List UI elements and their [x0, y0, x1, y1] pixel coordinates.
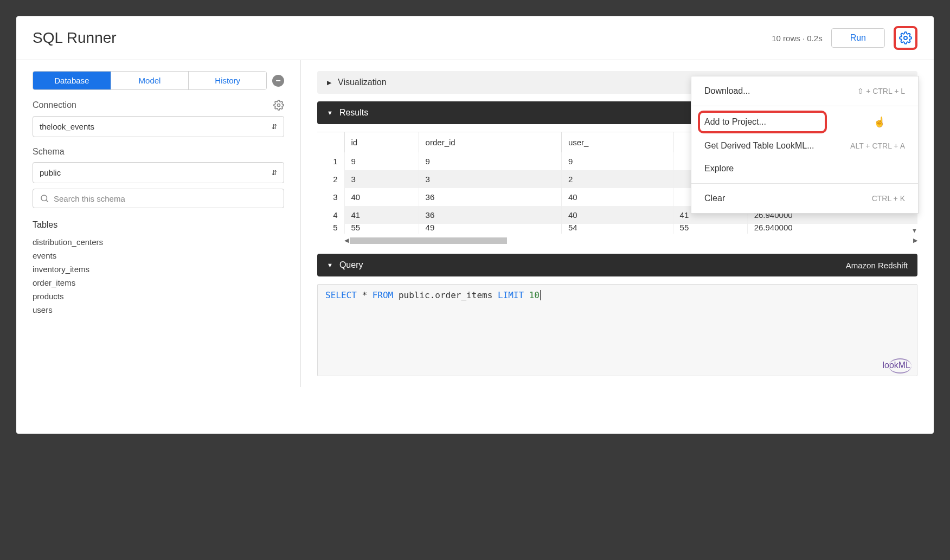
tab-history[interactable]: History [189, 72, 266, 89]
tables-heading: Tables [33, 220, 284, 230]
schema-select[interactable]: public ⇵ [33, 162, 284, 183]
visualization-label: Visualization [338, 78, 387, 87]
svg-point-2 [41, 195, 47, 201]
column-header[interactable]: id [344, 132, 419, 152]
gear-icon [899, 31, 912, 44]
query-engine: Amazon Redshift [846, 261, 908, 270]
connection-value: thelook_events [40, 122, 94, 131]
settings-dropdown: Download... ⇧ + CTRL + L Add to Project.… [691, 76, 919, 214]
tab-row: Database Model History − [33, 71, 284, 90]
table-row: 5 55 49 54 55 26.940000 [317, 224, 917, 234]
schema-value: public [40, 168, 61, 177]
connection-gear-icon[interactable] [273, 100, 284, 111]
menu-item-get-derived-table[interactable]: Get Derived Table LookML... ALT + CTRL +… [691, 134, 918, 157]
svg-line-3 [46, 200, 48, 202]
menu-item-clear[interactable]: Clear CTRL + K [691, 187, 918, 210]
table-item[interactable]: inventory_items [33, 265, 284, 274]
column-header[interactable]: order_id [419, 132, 561, 152]
cursor-hand-icon: ☝ [874, 116, 885, 128]
menu-divider [691, 183, 918, 184]
svg-point-0 [904, 36, 907, 40]
connection-label-row: Connection [33, 100, 284, 111]
sidebar: Database Model History − Connection thel… [16, 60, 301, 387]
svg-point-1 [278, 104, 280, 107]
schema-label: Schema [33, 147, 284, 157]
lookml-badge: lookML [882, 361, 910, 370]
run-button[interactable]: Run [831, 28, 885, 48]
updown-icon: ⇵ [272, 169, 277, 177]
chevron-right-icon [327, 79, 331, 86]
lookml-arc-icon [889, 358, 912, 374]
page-title: SQL Runner [33, 29, 117, 47]
search-icon [40, 194, 49, 203]
menu-item-explore[interactable]: Explore [691, 157, 918, 180]
table-item[interactable]: users [33, 305, 284, 314]
app-header: SQL Runner 10 rows · 0.2s Run [16, 16, 934, 60]
menu-item-add-to-project[interactable]: Add to Project... ☝ [691, 110, 918, 134]
horizontal-scrollbar[interactable]: ◀ ▶ [317, 237, 917, 244]
scroll-down-icon[interactable]: ▼ [912, 227, 917, 234]
tab-database[interactable]: Database [33, 72, 111, 89]
sidebar-tabs: Database Model History [33, 71, 267, 90]
query-editor[interactable]: SELECT * FROM public.order_items LIMIT 1… [317, 284, 917, 376]
table-item[interactable]: distribution_centers [33, 237, 284, 247]
column-header[interactable]: user_ [561, 132, 673, 152]
connection-label: Connection [33, 100, 76, 110]
chevron-down-icon [327, 110, 333, 116]
table-item[interactable]: products [33, 292, 284, 301]
connection-select[interactable]: thelook_events ⇵ [33, 116, 284, 137]
menu-item-download[interactable]: Download... ⇧ + CTRL + L [691, 80, 918, 102]
tab-model[interactable]: Model [111, 72, 189, 89]
scrollbar-track[interactable] [350, 237, 912, 244]
results-label: Results [339, 108, 368, 118]
table-item[interactable]: order_items [33, 278, 284, 287]
collapse-sidebar-button[interactable]: − [272, 75, 284, 87]
query-panel-header[interactable]: Query Amazon Redshift [317, 254, 917, 276]
header-right: 10 rows · 0.2s Run [772, 26, 917, 50]
table-item[interactable]: events [33, 251, 284, 260]
schema-search[interactable] [33, 189, 284, 208]
menu-divider [691, 106, 918, 106]
app-window: SQL Runner 10 rows · 0.2s Run Database M… [16, 16, 934, 434]
scrollbar-thumb[interactable] [350, 237, 507, 244]
scroll-left-icon[interactable]: ◀ [344, 237, 349, 244]
settings-button[interactable] [894, 26, 917, 50]
search-input[interactable] [54, 194, 277, 203]
query-label: Query [339, 260, 363, 270]
updown-icon: ⇵ [272, 123, 277, 131]
chevron-down-icon [327, 262, 333, 268]
scroll-right-icon[interactable]: ▶ [913, 237, 917, 244]
status-text: 10 rows · 0.2s [772, 34, 822, 43]
